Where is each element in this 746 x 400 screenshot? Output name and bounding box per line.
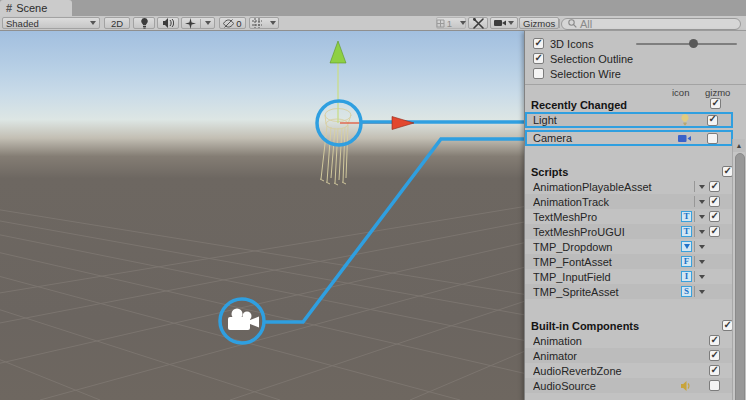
gizmo-row-label: TMP_InputField bbox=[533, 271, 679, 283]
gizmo-options-dropdown[interactable] bbox=[694, 270, 707, 283]
tab-bar: # Scene bbox=[0, 0, 746, 16]
chevron-down-icon bbox=[90, 21, 96, 25]
column-headers: icon gizmo Recently Changed bbox=[525, 85, 746, 112]
gizmo-row-label: TMP_FontAsset bbox=[533, 256, 679, 268]
selection-wire-checkbox[interactable] bbox=[533, 68, 544, 79]
grid-icon bbox=[252, 18, 262, 28]
chevron-down-icon bbox=[205, 21, 211, 25]
all-gizmos-checkbox[interactable] bbox=[710, 98, 721, 109]
gizmos-search-input[interactable]: All bbox=[561, 18, 741, 30]
gizmo-row-tmp_dropdown[interactable]: TMP_Dropdown bbox=[525, 239, 733, 254]
gizmo-checkbox[interactable] bbox=[709, 350, 720, 361]
camera-callout-line bbox=[264, 139, 530, 322]
gizmo-checkbox[interactable] bbox=[707, 115, 718, 126]
gizmos-button-label: Gizmos bbox=[523, 18, 555, 29]
gizmo-options-dropdown[interactable] bbox=[694, 195, 707, 208]
grid-visibility-button[interactable] bbox=[249, 17, 279, 29]
camera-count-label: 1 bbox=[447, 18, 452, 29]
gizmo-checkbox[interactable] bbox=[707, 133, 718, 144]
component-tools-button[interactable] bbox=[468, 17, 488, 29]
search-icon bbox=[568, 19, 577, 28]
gizmo-row-animation[interactable]: Animation bbox=[525, 333, 733, 348]
move-tool-x-axis-cone[interactable] bbox=[392, 117, 414, 130]
dropdown-type-icon bbox=[681, 241, 692, 252]
gizmo-checkbox[interactable] bbox=[709, 211, 720, 222]
gizmo-options-dropdown[interactable] bbox=[694, 180, 707, 193]
hidden-objects-button[interactable]: 0 bbox=[219, 17, 246, 29]
gizmo-row-light[interactable]: Light bbox=[525, 112, 733, 128]
shading-mode-label: Shaded bbox=[6, 18, 39, 29]
unity-scene-view: { "window": { "tab_title": "Scene" }, "t… bbox=[0, 0, 746, 400]
gizmo-checkbox[interactable] bbox=[709, 196, 720, 207]
chevron-down-icon bbox=[508, 21, 514, 25]
scrollbar-up-arrow[interactable]: ▲ bbox=[733, 139, 745, 152]
camera-count-dropdown[interactable]: 1 bbox=[436, 17, 466, 29]
gizmo-checkbox[interactable] bbox=[709, 226, 720, 237]
type-letter-icon: T bbox=[681, 226, 692, 237]
gizmo-checkbox[interactable] bbox=[709, 181, 720, 192]
divider bbox=[200, 19, 201, 28]
gizmo-row-animationplayableasset[interactable]: AnimationPlayableAsset bbox=[525, 179, 733, 194]
scene-lighting-button[interactable] bbox=[133, 17, 155, 29]
chevron-down-icon bbox=[699, 245, 705, 249]
selection-outline-checkbox[interactable] bbox=[533, 53, 544, 64]
type-letter-icon: F bbox=[681, 256, 692, 267]
tab-title: Scene bbox=[16, 2, 47, 14]
type-letter-icon: I bbox=[681, 271, 692, 282]
gizmo-row-label: AudioReverbZone bbox=[533, 365, 679, 377]
icon-size-slider[interactable] bbox=[636, 43, 737, 45]
gizmo-row-animator[interactable]: Animator bbox=[525, 348, 733, 363]
section-header: Built-in Components bbox=[525, 318, 746, 333]
gizmos-panel: 3D Icons Selection Outline Selection Wir… bbox=[524, 30, 746, 400]
2d-toggle-button[interactable]: 2D bbox=[104, 17, 130, 29]
gizmo-row-tmp_spriteasset[interactable]: TMP_SpriteAssetS bbox=[525, 284, 733, 299]
gizmo-options-dropdown[interactable] bbox=[694, 285, 707, 298]
scrollbar-thumb[interactable] bbox=[735, 153, 745, 400]
scene-audio-button[interactable] bbox=[157, 17, 179, 29]
panel-scrollbar[interactable]: ▲ bbox=[732, 139, 745, 400]
tab-scene[interactable]: # Scene bbox=[0, 0, 72, 16]
gizmos-panel-scroll-area: icon gizmo Recently Changed LightCameraS… bbox=[525, 85, 746, 400]
gizmo-row-label: TMP_SpriteAsset bbox=[533, 286, 679, 298]
gizmo-row-animationtrack[interactable]: AnimationTrack bbox=[525, 194, 733, 209]
gizmo-row-textmeshpro[interactable]: TextMeshProT bbox=[525, 209, 733, 224]
search-value: All bbox=[580, 18, 592, 30]
gizmo-row-camera[interactable]: Camera bbox=[525, 130, 733, 146]
hidden-count-label: 0 bbox=[236, 18, 241, 29]
gizmo-row-textmeshprougui[interactable]: TextMeshProUGUIT bbox=[525, 224, 733, 239]
scene-camera-dropdown[interactable] bbox=[490, 17, 518, 29]
icon-size-slider-knob[interactable] bbox=[689, 39, 698, 48]
camera-grid-icon bbox=[436, 19, 445, 28]
gizmo-options-dropdown[interactable] bbox=[694, 255, 707, 268]
gizmo-row-label: Animator bbox=[533, 350, 679, 362]
type-letter-icon: S bbox=[681, 286, 692, 297]
toggle-selection-outline[interactable]: Selection Outline bbox=[525, 51, 746, 66]
gizmo-row-label: Camera bbox=[533, 132, 677, 144]
chevron-down-icon bbox=[460, 21, 466, 25]
gizmo-options-dropdown[interactable] bbox=[694, 225, 707, 238]
gizmos-dropdown-button[interactable]: Gizmos bbox=[519, 17, 559, 29]
effects-dropdown-button[interactable] bbox=[181, 17, 215, 29]
3d-icons-checkbox[interactable] bbox=[533, 38, 544, 49]
scene-tab-icon: # bbox=[6, 2, 12, 14]
gizmo-checkbox[interactable] bbox=[709, 335, 720, 346]
tools-icon bbox=[473, 18, 484, 29]
move-tool-y-axis[interactable] bbox=[330, 41, 346, 123]
gizmo-options-dropdown[interactable] bbox=[694, 240, 707, 253]
gizmo-row-audiosource[interactable]: AudioSource bbox=[525, 378, 733, 393]
section-title-recently-changed: Recently Changed bbox=[531, 99, 627, 111]
gizmo-checkbox[interactable] bbox=[709, 380, 720, 391]
gizmo-row-tmp_inputfield[interactable]: TMP_InputFieldI bbox=[525, 269, 733, 284]
2d-label: 2D bbox=[111, 18, 123, 29]
gizmo-row-label: TextMeshProUGUI bbox=[533, 226, 679, 238]
gizmo-row-tmp_fontasset[interactable]: TMP_FontAssetF bbox=[525, 254, 733, 269]
type-letter-icon: T bbox=[681, 211, 692, 222]
chevron-down-icon bbox=[699, 185, 705, 189]
eye-hidden-icon bbox=[223, 19, 234, 28]
gizmo-row-audioreverbzone[interactable]: AudioReverbZone bbox=[525, 363, 733, 378]
selection-wire-label: Selection Wire bbox=[550, 68, 621, 80]
shading-mode-dropdown[interactable]: Shaded bbox=[2, 17, 100, 29]
toggle-selection-wire[interactable]: Selection Wire bbox=[525, 66, 746, 81]
gizmo-checkbox[interactable] bbox=[709, 365, 720, 376]
gizmo-options-dropdown[interactable] bbox=[694, 210, 707, 223]
